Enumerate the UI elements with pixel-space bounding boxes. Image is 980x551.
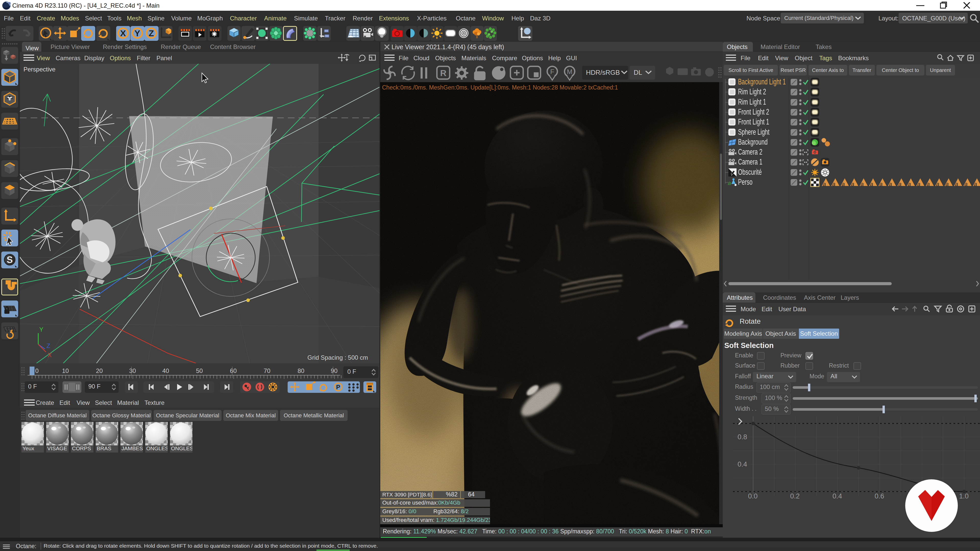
svg-text:1.0: 1.0 (959, 492, 969, 500)
svg-text:HDR/sRGB: HDR/sRGB (586, 68, 620, 76)
svg-text:a: a (870, 181, 873, 187)
svg-text:a: a (917, 181, 920, 187)
svg-text:Z: Z (46, 342, 50, 349)
svg-text:a: a (927, 181, 930, 187)
svg-text:a: a (880, 181, 883, 187)
svg-text:Grid Spacing : 500 cm: Grid Spacing : 500 cm (307, 354, 368, 361)
svg-text:F: F (550, 68, 554, 76)
svg-text:Perspective: Perspective (24, 66, 56, 73)
svg-text:M: M (567, 68, 573, 76)
svg-text:S: S (6, 254, 13, 265)
svg-text:Y: Y (135, 28, 140, 38)
svg-text:a: a (945, 181, 948, 187)
svg-text:X: X (120, 28, 126, 38)
svg-text:Y: Y (39, 326, 43, 333)
svg-text:a: a (936, 181, 939, 187)
svg-text:0.8: 0.8 (738, 433, 747, 441)
svg-text:0.4: 0.4 (738, 460, 747, 468)
svg-text:a: a (889, 181, 892, 187)
svg-text:a: a (842, 181, 845, 187)
svg-text:0.0: 0.0 (748, 492, 758, 500)
svg-text:a: a (908, 181, 911, 187)
svg-text:a: a (851, 181, 854, 187)
svg-text:P: P (336, 384, 340, 391)
svg-text:X: X (48, 351, 52, 359)
svg-text:0.6: 0.6 (875, 492, 884, 500)
svg-text:0.2: 0.2 (790, 492, 800, 500)
svg-text:a: a (728, 180, 731, 186)
svg-text:a: a (955, 181, 958, 187)
svg-text:a: a (823, 181, 826, 187)
svg-text:a: a (974, 181, 977, 187)
svg-text:a: a (861, 181, 864, 187)
svg-text:Z: Z (149, 28, 154, 38)
svg-text:a: a (964, 181, 967, 187)
svg-text:DL: DL (634, 68, 642, 76)
svg-text:a: a (832, 181, 835, 187)
svg-text:0.4: 0.4 (832, 492, 842, 500)
svg-text:a: a (898, 181, 901, 187)
svg-text:R: R (440, 68, 447, 78)
